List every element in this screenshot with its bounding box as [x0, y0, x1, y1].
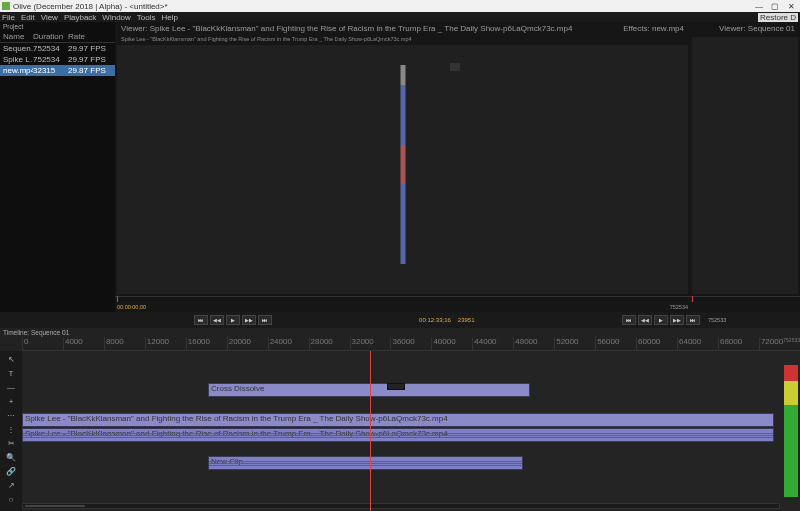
- app-icon: [2, 2, 10, 10]
- seq-end-mark: 752533: [708, 317, 726, 323]
- timeline-tracks[interactable]: Cross Dissolve Spike Lee - "BlacKkKlansm…: [22, 351, 800, 511]
- viewer-canvas[interactable]: [117, 45, 688, 294]
- razor-tool-icon[interactable]: ✂: [4, 437, 18, 449]
- ruler-tick: 8000: [104, 337, 145, 350]
- menu-playback[interactable]: Playback: [64, 13, 96, 22]
- viewer-label: Viewer: Spike Lee - "BlacKkKlansman" and…: [121, 24, 572, 33]
- sequence-transport: ⏮ ◀◀ ▶ ▶▶ ⏭ 752533: [622, 315, 726, 325]
- menu-window[interactable]: Window: [102, 13, 130, 22]
- top-panels: Project Name Duration Rate Sequen… 75253…: [0, 22, 800, 312]
- add-tool-icon[interactable]: +: [4, 395, 18, 407]
- close-button[interactable]: ✕: [784, 2, 798, 11]
- seq-skip-back-button[interactable]: ⏮: [622, 315, 636, 325]
- clip-block: [450, 63, 460, 71]
- menu-edit[interactable]: Edit: [21, 13, 35, 22]
- clip-video-1[interactable]: Spike Lee - "BlacKkKlansman" and Fightin…: [22, 413, 774, 427]
- link-tool-icon[interactable]: 🔗: [4, 465, 18, 477]
- seq-rewind-button[interactable]: ◀◀: [638, 315, 652, 325]
- title-bar: Olive (December 2018 | Alpha) - <untitle…: [0, 0, 800, 12]
- menu-file[interactable]: File: [2, 13, 15, 22]
- ruler-tick: 20000: [227, 337, 268, 350]
- ripple-tool-icon[interactable]: ⋯: [4, 409, 18, 421]
- col-name-header[interactable]: Name: [3, 32, 33, 41]
- window-title: Olive (December 2018 | Alpha) - <untitle…: [13, 2, 168, 11]
- ruler-tick: 68000: [718, 337, 759, 350]
- edit-tool-icon[interactable]: —: [4, 381, 18, 393]
- project-row[interactable]: Sequen… 752534 29.97 FPS: [0, 43, 115, 54]
- clip-audio-1[interactable]: Spike Lee - "BlacKkKlansman" and Fightin…: [22, 428, 774, 442]
- minimize-button[interactable]: —: [752, 2, 766, 11]
- timecode-mark: 23951: [458, 317, 475, 323]
- seq-forward-button[interactable]: ▶▶: [670, 315, 684, 325]
- clip-cross-dissolve[interactable]: Cross Dissolve: [208, 383, 530, 397]
- col-rate-header[interactable]: Rate: [68, 32, 112, 41]
- playhead[interactable]: [370, 351, 371, 511]
- menu-help[interactable]: Help: [162, 13, 178, 22]
- effects-label: Effects: new.mp4: [623, 24, 684, 33]
- roll-tool-icon[interactable]: ⋮: [4, 423, 18, 435]
- ruler-tick: 28000: [309, 337, 350, 350]
- sequence-viewer: Viewer: Sequence 01: [690, 22, 800, 312]
- source-transport: ⏮ ◀◀ ▶ ▶▶ ⏭: [194, 315, 272, 325]
- record-tool-icon[interactable]: ○: [4, 493, 18, 505]
- ruler-tick: 60000: [636, 337, 677, 350]
- project-panel: Project Name Duration Rate Sequen… 75253…: [0, 22, 115, 312]
- timeline-tools: ↖ T — + ⋯ ⋮ ✂ 🔍 🔗 ↗ ○: [0, 351, 22, 511]
- seq-skip-forward-button[interactable]: ⏭: [686, 315, 700, 325]
- ruler-tick: 0: [22, 337, 63, 350]
- media-strip: [400, 65, 405, 264]
- text-tool-icon[interactable]: T: [4, 367, 18, 379]
- skip-back-button[interactable]: ⏮: [194, 315, 208, 325]
- ruler-tick: 24000: [268, 337, 309, 350]
- ruler-tick: 4000: [63, 337, 104, 350]
- seq-play-button[interactable]: ▶: [654, 315, 668, 325]
- maximize-button[interactable]: ▢: [768, 2, 782, 11]
- ruler-tick: 12000: [145, 337, 186, 350]
- ruler-tick: 32000: [350, 337, 391, 350]
- ruler-tick: 36000: [390, 337, 431, 350]
- audio-level-meter: [784, 365, 798, 497]
- timecode-center: 00:12:33;16: [419, 317, 451, 323]
- timeline-header: Timeline: Sequence 01: [0, 328, 800, 337]
- scrollbar-thumb[interactable]: [25, 505, 85, 507]
- clip-dark[interactable]: [387, 383, 405, 390]
- ruler-tick: 64000: [677, 337, 718, 350]
- viewer-filename: Spike Lee - "BlacKkKlansman" and Fightin…: [115, 35, 690, 43]
- play-button[interactable]: ▶: [226, 315, 240, 325]
- rewind-button[interactable]: ◀◀: [210, 315, 224, 325]
- ruler-tick: 56000: [595, 337, 636, 350]
- timeline-ruler[interactable]: 0400080001200016000200002400028000320003…: [22, 337, 800, 351]
- menubar: File Edit View Playback Window Tools Hel…: [0, 12, 800, 22]
- pointer-tool-icon[interactable]: ↖: [4, 353, 18, 365]
- zoom-tool-icon[interactable]: 🔍: [4, 451, 18, 463]
- transition-tool-icon[interactable]: ↗: [4, 479, 18, 491]
- project-row[interactable]: Spike L… 752534 29.97 FPS: [0, 54, 115, 65]
- ruler-tick: 40000: [431, 337, 472, 350]
- ruler-tick: 52000: [554, 337, 595, 350]
- sequence-canvas[interactable]: [692, 37, 798, 294]
- ruler-tick: 44000: [472, 337, 513, 350]
- ruler-tick: 48000: [513, 337, 554, 350]
- project-row-selected[interactable]: new.mp4 32315 29.87 FPS: [0, 65, 115, 76]
- menu-tools[interactable]: Tools: [137, 13, 156, 22]
- transport-row: ⏮ ◀◀ ▶ ▶▶ ⏭ 00:12:33;16 23951 ⏮ ◀◀ ▶ ▶▶ …: [0, 312, 800, 328]
- timeline-panel: Timeline: Sequence 01 040008000120001600…: [0, 328, 800, 511]
- ruler-end-tick: 752533: [783, 337, 800, 343]
- skip-forward-button[interactable]: ⏭: [258, 315, 272, 325]
- sequence-ruler[interactable]: [690, 296, 800, 302]
- project-header: Project: [0, 22, 115, 31]
- ruler-tick: 16000: [186, 337, 227, 350]
- source-viewer: Viewer: Spike Lee - "BlacKkKlansman" and…: [115, 22, 690, 312]
- timecode-in: 00:00:00;00: [117, 304, 146, 310]
- col-duration-header[interactable]: Duration: [33, 32, 68, 41]
- restore-button[interactable]: Restore D: [758, 13, 798, 22]
- forward-button[interactable]: ▶▶: [242, 315, 256, 325]
- menu-view[interactable]: View: [41, 13, 58, 22]
- clip-audio-2[interactable]: New Clip: [208, 456, 523, 470]
- viewer-ruler[interactable]: 00:00:00;00 752534: [115, 296, 690, 302]
- sequence-viewer-label: Viewer: Sequence 01: [719, 24, 795, 33]
- ruler-end: 752534: [670, 304, 688, 310]
- timeline-scrollbar[interactable]: [22, 503, 780, 509]
